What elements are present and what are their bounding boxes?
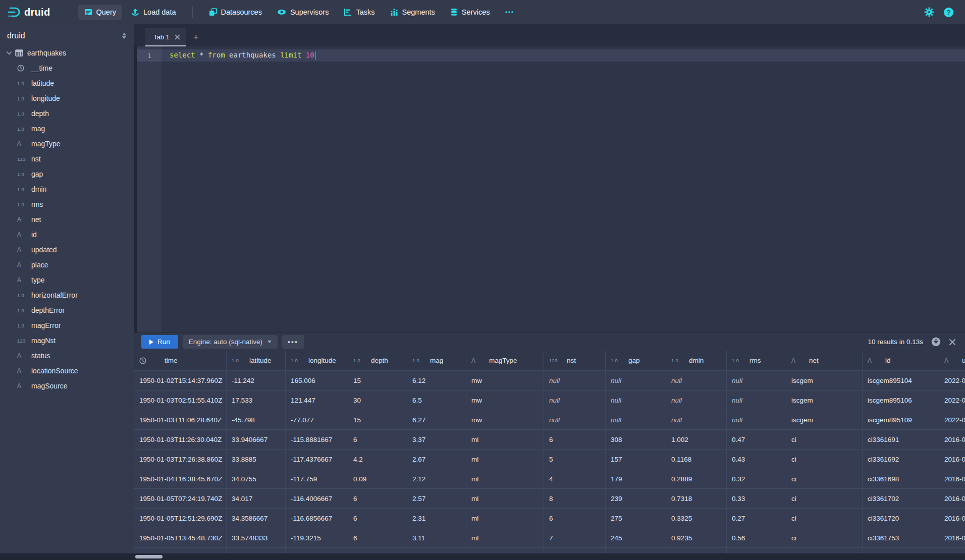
table-cell[interactable]: mw	[466, 390, 544, 410]
table-cell[interactable]: 3.37	[407, 430, 466, 450]
table-cell[interactable]: ci3361698	[863, 469, 939, 489]
sidebar-column-mag[interactable]: 1.0mag	[0, 121, 134, 136]
table-cell[interactable]: -77.077	[286, 410, 348, 430]
nav-item-query[interactable]: Query	[78, 5, 123, 20]
table-cell[interactable]: null	[606, 371, 666, 390]
column-header-rms[interactable]: 1.0rms	[727, 351, 786, 371]
nav-item-tasks[interactable]: Tasks	[338, 5, 381, 20]
table-cell[interactable]: ml	[466, 469, 544, 489]
table-cell[interactable]: ml	[466, 430, 544, 450]
table-cell[interactable]: 30	[348, 390, 407, 410]
table-cell[interactable]: -117.4376667	[286, 450, 348, 469]
table-cell[interactable]: 6	[348, 430, 407, 450]
table-cell[interactable]: 0.9235	[666, 528, 727, 548]
sidebar-column-id[interactable]: Aid	[0, 227, 134, 242]
query-more-button[interactable]: •••	[282, 335, 304, 349]
table-cell[interactable]: 2016-0	[939, 489, 965, 509]
table-cell[interactable]: 0.09	[348, 469, 407, 489]
table-cell[interactable]: 0.27	[727, 509, 786, 528]
close-results-icon[interactable]	[949, 339, 956, 346]
run-button[interactable]: Run	[141, 335, 178, 349]
table-cell[interactable]: ci	[786, 450, 863, 469]
sidebar-column-magNst[interactable]: 123magNst	[0, 333, 134, 348]
table-cell[interactable]: 2016-0	[939, 450, 965, 469]
table-cell[interactable]: -115.8881667	[286, 430, 348, 450]
table-cell[interactable]: ci3361720	[863, 509, 939, 528]
table-cell[interactable]: 2022-0	[939, 390, 965, 410]
new-tab-button[interactable]: +	[186, 28, 206, 46]
sidebar-column-locationSource[interactable]: AlocationSource	[0, 363, 134, 378]
table-cell[interactable]: 1950-01-04T16:38:45.670Z	[134, 469, 227, 489]
table-cell[interactable]: null	[666, 390, 727, 410]
table-cell[interactable]: 34.017	[227, 489, 286, 509]
table-cell[interactable]: null	[727, 410, 786, 430]
table-cell[interactable]: 33.9406667	[227, 430, 286, 450]
sidebar-column-gap[interactable]: 1.0gap	[0, 166, 134, 182]
table-cell[interactable]: -116.4006667	[286, 489, 348, 509]
column-header-dmin[interactable]: 1.0dmin	[666, 351, 727, 371]
scrollbar-thumb[interactable]	[135, 555, 163, 558]
nav-item-supervisors[interactable]: Supervisors	[271, 5, 335, 20]
table-cell[interactable]: 8	[544, 489, 606, 509]
table-cell[interactable]: null	[666, 371, 727, 390]
table-cell[interactable]: 275	[606, 509, 666, 528]
table-cell[interactable]: 0.2889	[666, 469, 727, 489]
nav-item-segments[interactable]: Segments	[384, 5, 441, 20]
column-header-net[interactable]: Anet	[786, 351, 863, 371]
table-cell[interactable]: 2.12	[407, 469, 466, 489]
table-cell[interactable]: mw	[466, 410, 544, 430]
table-cell[interactable]: 0.56	[727, 528, 786, 548]
sidebar-column-latitude[interactable]: 1.0latitude	[0, 76, 134, 91]
sidebar-column-nst[interactable]: 123nst	[0, 151, 134, 166]
table-cell[interactable]: 157	[606, 450, 666, 469]
table-cell[interactable]: 6.12	[407, 371, 466, 390]
table-cell[interactable]: null	[606, 410, 666, 430]
column-header-gap[interactable]: 1.0gap	[606, 351, 666, 371]
sidebar-column-magError[interactable]: 1.0magError	[0, 318, 134, 333]
table-cell[interactable]: 165.006	[286, 371, 348, 390]
table-cell[interactable]: 0.43	[727, 450, 786, 469]
column-header-latitude[interactable]: 1.0latitude	[227, 351, 286, 371]
table-cell[interactable]: 0.7318	[666, 489, 727, 509]
table-cell[interactable]: ci3361691	[863, 430, 939, 450]
table-cell[interactable]: mw	[466, 371, 544, 390]
table-cell[interactable]: 2016-0	[939, 430, 965, 450]
download-results-icon[interactable]	[931, 337, 941, 347]
table-cell[interactable]: 0.47	[727, 430, 786, 450]
chevron-down-icon[interactable]	[6, 50, 15, 56]
column-header-depth[interactable]: 1.0depth	[348, 351, 407, 371]
table-cell[interactable]: 2.31	[407, 509, 466, 528]
nav-item-load-data[interactable]: Load data	[125, 5, 182, 20]
table-cell[interactable]: null	[544, 410, 606, 430]
table-cell[interactable]: -117.759	[286, 469, 348, 489]
table-cell[interactable]: 0.3325	[666, 509, 727, 528]
table-cell[interactable]: 245	[606, 528, 666, 548]
table-cell[interactable]: 34.3586667	[227, 509, 286, 528]
table-cell[interactable]: 6.5	[407, 390, 466, 410]
table-cell[interactable]: 17.533	[227, 390, 286, 410]
table-cell[interactable]: ml	[466, 509, 544, 528]
sidebar-column-time[interactable]: __time	[0, 61, 134, 76]
sidebar-table-earthquakes[interactable]: earthquakes	[0, 45, 134, 61]
engine-select-button[interactable]: Engine: auto (sql-native)	[183, 335, 278, 349]
table-cell[interactable]: iscgem	[786, 371, 863, 390]
column-header-time[interactable]: __time	[134, 351, 227, 371]
table-cell[interactable]: 6.27	[407, 410, 466, 430]
table-cell[interactable]: -119.3215	[286, 528, 348, 548]
table-cell[interactable]: 6	[544, 430, 606, 450]
table-cell[interactable]: 15	[348, 371, 407, 390]
table-cell[interactable]: ci3361692	[863, 450, 939, 469]
table-cell[interactable]: 2.57	[407, 489, 466, 509]
sidebar-column-type[interactable]: Atype	[0, 272, 134, 288]
table-cell[interactable]: iscgem	[786, 410, 863, 430]
table-cell[interactable]: ci3361753	[863, 528, 939, 548]
table-cell[interactable]: ci	[786, 489, 863, 509]
settings-gear-icon[interactable]	[924, 7, 934, 17]
column-header-mag[interactable]: 1.0mag	[407, 351, 466, 371]
nav-item-services[interactable]: Services	[444, 5, 496, 20]
sql-editor[interactable]: 1 select * from earthquakes limit 10	[134, 46, 965, 332]
sort-columns-icon[interactable]	[121, 32, 127, 39]
sql-line-1[interactable]: 1 select * from earthquakes limit 10	[137, 49, 965, 62]
table-cell[interactable]: 4.2	[348, 450, 407, 469]
table-cell[interactable]: 15	[348, 410, 407, 430]
